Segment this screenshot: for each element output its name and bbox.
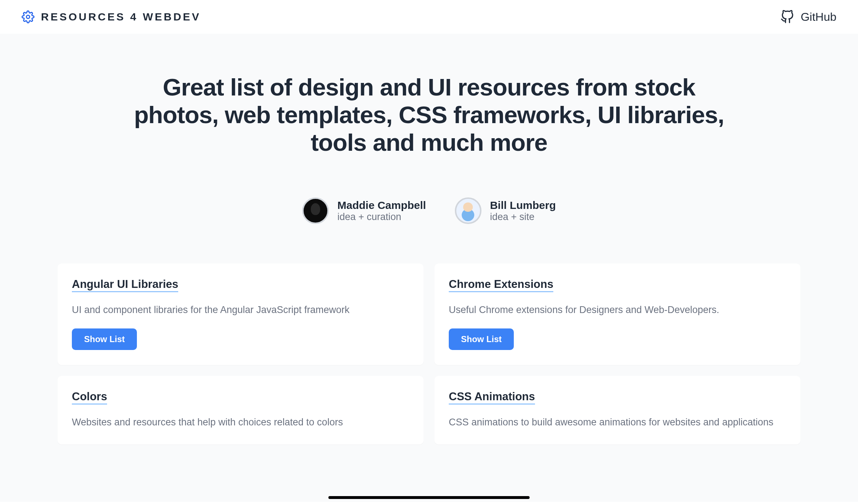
contributor-role: idea + site [490,211,556,223]
hero-heading: Great list of design and UI resources fr… [120,73,738,156]
contributor[interactable]: Bill Lumberg idea + site [455,197,556,224]
site-header: RESOURCES 4 WEBDEV GitHub [0,0,858,34]
contributor-role: idea + curation [337,211,426,223]
resource-card: Angular UI Libraries UI and component li… [57,263,424,365]
home-indicator [328,496,530,499]
show-list-button[interactable]: Show List [449,328,514,350]
resource-card: Chrome Extensions Useful Chrome extensio… [434,263,801,365]
github-icon [780,10,794,24]
avatar [302,197,329,224]
logo-group[interactable]: RESOURCES 4 WEBDEV [22,10,201,23]
contributors-row: Maddie Campbell idea + curation Bill Lum… [22,197,836,224]
card-description: Useful Chrome extensions for Designers a… [449,303,786,317]
cards-grid: Angular UI Libraries UI and component li… [57,263,801,444]
card-description: Websites and resources that help with ch… [72,415,409,429]
contributor-name: Maddie Campbell [337,199,426,211]
contributor-info: Maddie Campbell idea + curation [337,199,426,223]
gear-icon [22,10,34,23]
contributor[interactable]: Maddie Campbell idea + curation [302,197,426,224]
github-link[interactable]: GitHub [780,10,836,24]
avatar [455,197,481,224]
main-content: Great list of design and UI resources fr… [0,34,858,502]
card-title-link[interactable]: Colors [72,390,107,405]
contributor-info: Bill Lumberg idea + site [490,199,556,223]
show-list-button[interactable]: Show List [72,328,137,350]
card-title-link[interactable]: Chrome Extensions [449,278,553,292]
resource-card: CSS Animations CSS animations to build a… [434,376,801,444]
resource-card: Colors Websites and resources that help … [57,376,424,444]
card-title-link[interactable]: Angular UI Libraries [72,278,178,292]
github-label: GitHub [801,10,836,24]
card-description: UI and component libraries for the Angul… [72,303,409,317]
card-title-link[interactable]: CSS Animations [449,390,535,405]
svg-point-0 [27,15,30,19]
contributor-name: Bill Lumberg [490,199,556,211]
logo-text: RESOURCES 4 WEBDEV [41,11,201,23]
card-description: CSS animations to build awesome animatio… [449,415,786,429]
